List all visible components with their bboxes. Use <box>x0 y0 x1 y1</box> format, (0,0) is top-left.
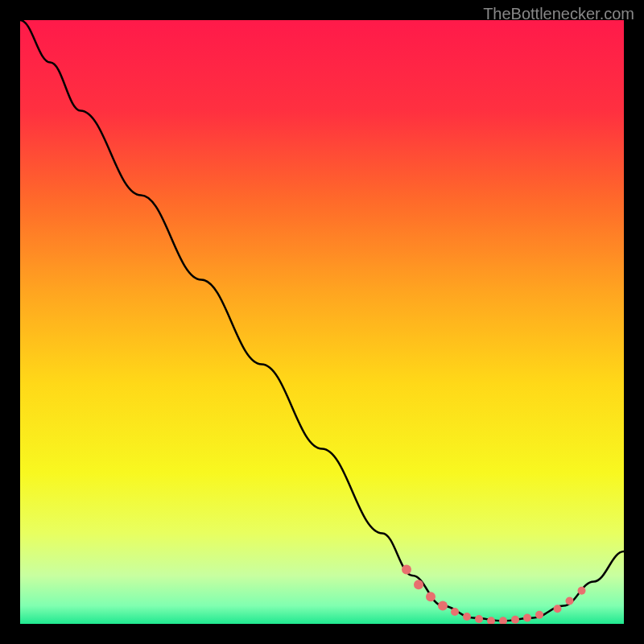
data-marker <box>414 580 423 589</box>
data-marker <box>402 565 411 575</box>
data-marker <box>578 587 586 595</box>
data-marker <box>554 605 562 613</box>
data-marker <box>438 601 448 611</box>
data-marker <box>566 597 574 605</box>
data-marker <box>463 613 471 621</box>
data-marker <box>475 615 483 623</box>
watermark-text: TheBottlenecker.com <box>483 5 634 23</box>
chart-svg <box>20 20 624 624</box>
data-marker <box>426 592 436 601</box>
data-marker <box>511 616 519 624</box>
chart-area <box>20 20 624 624</box>
data-marker <box>535 611 543 619</box>
data-marker <box>523 614 531 622</box>
chart-background <box>20 20 624 624</box>
data-marker <box>451 608 459 616</box>
